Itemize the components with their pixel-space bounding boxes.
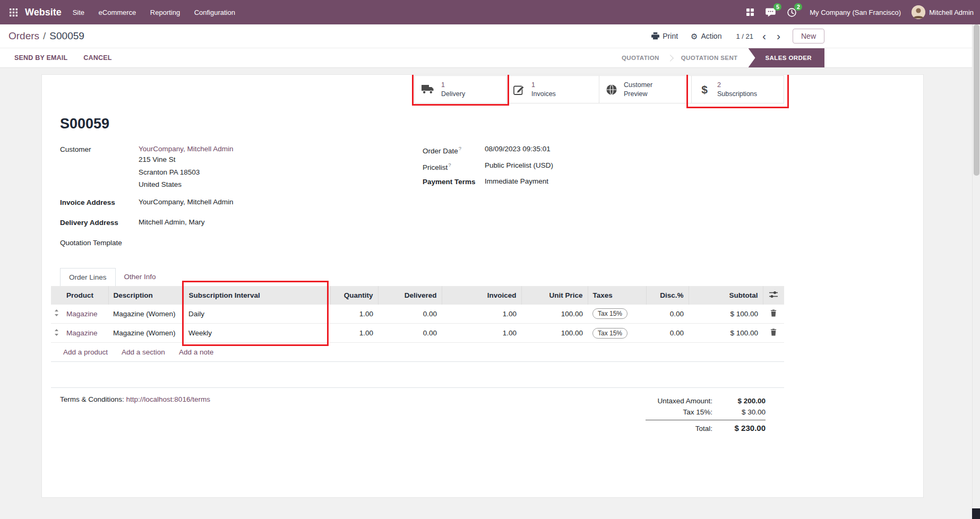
truck-icon (421, 84, 435, 94)
send-by-email-button[interactable]: SEND BY EMAIL (14, 54, 67, 62)
column-header-taxes[interactable]: Taxes (588, 286, 646, 305)
scrollbar-thumb[interactable] (974, 24, 979, 176)
activities-button[interactable]: 2 (783, 5, 801, 20)
tax-pill[interactable]: Tax 15% (592, 328, 627, 339)
pager-next-button[interactable]: › (773, 31, 784, 41)
stage-quotation[interactable]: QUOTATION (611, 48, 670, 67)
delete-row-button[interactable] (763, 324, 784, 343)
terms-link[interactable]: http://localhost:8016/terms (126, 395, 210, 403)
add-a-section-link[interactable]: Add a section (122, 348, 165, 356)
breadcrumb-orders-link[interactable]: Orders (8, 30, 39, 42)
subscriptions-stat-button[interactable]: $ 2 Subscriptions (691, 75, 784, 103)
drag-handle-icon[interactable] (51, 324, 62, 343)
add-a-note-link[interactable]: Add a note (179, 348, 213, 356)
pricelist-value[interactable]: Public Pricelist (USD) (485, 161, 553, 171)
action-button[interactable]: ⚙ Action (686, 29, 726, 44)
menu-reporting[interactable]: Reporting (144, 4, 186, 21)
disc-cell[interactable]: 0.00 (646, 324, 689, 343)
order-sheet: 1 Delivery 1 Invoices Customer Previe (41, 74, 924, 498)
column-header-subscription-interval[interactable]: Subscription Interval (184, 286, 330, 305)
delivery-stat-button[interactable]: 1 Delivery (414, 75, 507, 103)
order-date-value[interactable]: 08/09/2023 09:35:01 (485, 145, 551, 155)
taxes-cell[interactable]: Tax 15% (588, 324, 646, 343)
column-header-delivered[interactable]: Delivered (378, 286, 442, 305)
stage-quotation-sent[interactable]: QUOTATION SENT (670, 48, 749, 67)
delivery-address-value[interactable]: Mitchell Admin, Mary (139, 218, 205, 227)
totals-block: Untaxed Amount: $ 200.00 Tax 15%: $ 30.0… (646, 395, 766, 434)
column-header-disc[interactable]: Disc.% (646, 286, 689, 305)
tax-pill[interactable]: Tax 15% (592, 308, 627, 319)
description-cell[interactable]: Magazine (Women) (108, 305, 184, 324)
column-header-invoiced[interactable]: Invoiced (442, 286, 521, 305)
breadcrumb-current: S00059 (49, 30, 84, 42)
customer-link[interactable]: YourCompany, Mitchell Admin (139, 145, 234, 153)
total-value: $ 230.00 (720, 423, 766, 433)
subtotal-cell[interactable]: $ 100.00 (689, 324, 763, 343)
control-panel: Orders / S00059 Print ⚙ Action 1 / 21 ‹ … (0, 24, 980, 48)
cancel-button[interactable]: CANCEL (83, 54, 111, 62)
customer-address-line: United States (139, 179, 234, 191)
customer-preview-label: Customer Preview (624, 81, 678, 98)
subscription-interval-cell[interactable]: Weekly (184, 324, 330, 343)
order-footer: Terms & Conditions: http://localhost:801… (51, 387, 784, 434)
apps-menu-button[interactable] (4, 4, 23, 21)
tab-order-lines[interactable]: Order Lines (60, 268, 116, 286)
new-button[interactable]: New (793, 29, 824, 44)
terms-label: Terms & Conditions: (60, 395, 124, 403)
order-lines-table: Product Description Subscription Interva… (51, 286, 784, 343)
optional-columns-header[interactable] (763, 286, 784, 305)
invoices-stat-button[interactable]: 1 Invoices (506, 75, 599, 103)
systray: 5 2 My Company (San Francisco) Mitchell … (742, 5, 976, 20)
column-header-unit-price[interactable]: Unit Price (521, 286, 588, 305)
pager-value[interactable]: 1 / 21 (736, 32, 753, 40)
printer-icon (651, 32, 659, 40)
invoice-address-value[interactable]: YourCompany, Mitchell Admin (139, 198, 234, 206)
untaxed-amount-value: $ 200.00 (720, 397, 766, 405)
messages-button[interactable]: 5 (761, 5, 780, 20)
invoiced-cell[interactable]: 1.00 (442, 305, 521, 324)
product-link[interactable]: Magazine (66, 329, 98, 337)
column-header-quantity[interactable]: Quantity (330, 286, 378, 305)
taxes-cell[interactable]: Tax 15% (588, 305, 646, 324)
add-a-product-link[interactable]: Add a product (63, 348, 108, 356)
subscription-interval-cell[interactable]: Daily (184, 305, 330, 324)
stage-sales-order[interactable]: SALES ORDER (749, 48, 824, 67)
product-link[interactable]: Magazine (66, 310, 98, 318)
dollar-icon: $ (698, 83, 711, 96)
invoiced-cell[interactable]: 1.00 (442, 324, 521, 343)
app-brand[interactable]: Website (25, 7, 62, 18)
menu-configuration[interactable]: Configuration (188, 4, 241, 21)
payment-terms-value[interactable]: Immediate Payment (485, 177, 548, 186)
customer-field-label: Customer (60, 145, 139, 191)
menu-site[interactable]: Site (67, 4, 90, 21)
menu-ecommerce[interactable]: eCommerce (93, 4, 142, 21)
column-header-description[interactable]: Description (108, 286, 184, 305)
unit-price-cell[interactable]: 100.00 (521, 324, 588, 343)
subscriptions-label: Subscriptions (717, 90, 757, 98)
quantity-cell[interactable]: 1.00 (330, 305, 378, 324)
delivered-cell[interactable]: 0.00 (378, 305, 442, 324)
description-cell[interactable]: Magazine (Women) (108, 324, 184, 343)
vertical-scrollbar[interactable] (972, 24, 980, 519)
company-switcher[interactable]: My Company (San Francisco) (803, 8, 907, 16)
unit-price-cell[interactable]: 100.00 (521, 305, 588, 324)
quantity-cell[interactable]: 1.00 (330, 324, 378, 343)
print-label: Print (663, 32, 678, 40)
delete-row-button[interactable] (763, 305, 784, 324)
customer-preview-stat-button[interactable]: Customer Preview (599, 75, 692, 103)
order-date-label: Order Date? (423, 145, 485, 155)
list-add-row: Add a product Add a section Add a note (51, 343, 784, 362)
column-header-product[interactable]: Product (62, 286, 108, 305)
handle-column-header (51, 286, 62, 305)
board-button[interactable] (742, 5, 759, 19)
disc-cell[interactable]: 0.00 (646, 305, 689, 324)
user-menu[interactable]: Mitchell Admin (909, 5, 976, 19)
drag-handle-icon[interactable] (51, 305, 62, 324)
notebook: Order Lines Other Info (51, 268, 784, 362)
tab-other-info[interactable]: Other Info (116, 268, 165, 286)
delivered-cell[interactable]: 0.00 (378, 324, 442, 343)
print-button[interactable]: Print (647, 29, 683, 44)
column-header-subtotal[interactable]: Subtotal (689, 286, 763, 305)
pager-previous-button[interactable]: ‹ (759, 31, 770, 41)
subtotal-cell[interactable]: $ 100.00 (689, 305, 763, 324)
